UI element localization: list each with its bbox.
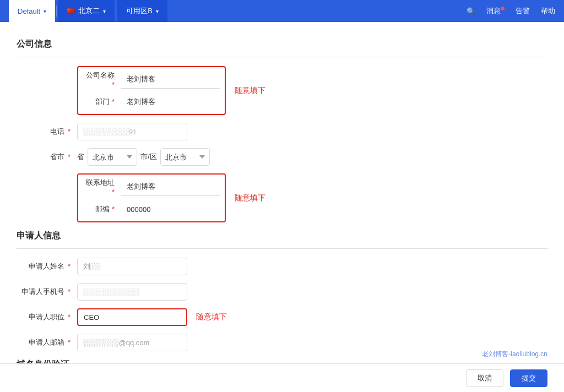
applicant-email-label: 申请人邮箱 * bbox=[17, 337, 77, 347]
admin-button[interactable]: 告警 bbox=[516, 6, 530, 16]
cancel-button[interactable]: 取消 bbox=[466, 369, 503, 387]
applicant-divider bbox=[17, 248, 547, 249]
province-row: 省市 * 省 北京市 市/区 北京市 bbox=[17, 148, 547, 166]
applicant-phone-label: 申请人手机号 * bbox=[17, 287, 77, 297]
applicant-name-label: 申请人姓名 * bbox=[17, 262, 77, 271]
province-required: * bbox=[68, 153, 70, 161]
applicant-email-row: 申请人邮箱 * bbox=[17, 334, 547, 351]
flag-icon: 🇨🇳 bbox=[67, 7, 75, 15]
tab-beijing2-arrow: ▾ bbox=[103, 8, 106, 14]
search-icon[interactable]: 🔍 bbox=[467, 7, 475, 15]
province-label: 省市 * bbox=[17, 152, 77, 162]
address-input[interactable] bbox=[121, 178, 220, 196]
address-label: 联系地址 * bbox=[83, 178, 121, 196]
phone-label: 电话 * bbox=[17, 127, 77, 137]
tab-default-label: Default bbox=[18, 7, 40, 15]
nav-divider-2 bbox=[116, 6, 116, 17]
annotation-1: 随意填下 bbox=[235, 86, 265, 96]
postal-label: 邮编 * bbox=[83, 204, 121, 214]
company-red-group: 公司名称 * 部门 * bbox=[77, 66, 226, 115]
annotation-2: 随意填下 bbox=[235, 193, 265, 203]
notification-badge bbox=[501, 7, 505, 10]
header: Default ▾ 🇨🇳 北京二 ▾ 可用区B ▾ 🔍 消息 告警 帮助 bbox=[0, 0, 564, 22]
help-button[interactable]: 帮助 bbox=[541, 6, 555, 16]
phone-required: * bbox=[68, 127, 70, 135]
tab-default-arrow: ▾ bbox=[44, 8, 46, 14]
postal-row: 邮编 * bbox=[83, 200, 220, 218]
tab-beijing2-label: 北京二 bbox=[78, 6, 100, 16]
tab-zone-b-arrow: ▾ bbox=[156, 8, 159, 14]
header-right: 🔍 消息 告警 帮助 bbox=[467, 6, 555, 16]
company-name-label: 公司名称 * bbox=[83, 70, 121, 89]
applicant-name-row: 申请人姓名 * bbox=[17, 258, 547, 275]
city-select[interactable]: 北京市 bbox=[160, 148, 210, 166]
province-city-group: 省 北京市 市/区 北京市 bbox=[77, 148, 210, 166]
applicant-phone-input[interactable] bbox=[77, 283, 187, 301]
address-row: 联系地址 * bbox=[83, 178, 220, 196]
address-postal-group: 联系地址 * 邮编 * 随意填下 bbox=[17, 173, 547, 222]
applicant-name-input[interactable] bbox=[77, 258, 187, 275]
tab-zone-b-label: 可用区B bbox=[126, 6, 153, 16]
department-input[interactable] bbox=[121, 93, 220, 111]
annotation-3: 随意填下 bbox=[196, 312, 227, 322]
address-red-border: 联系地址 * 邮编 * bbox=[77, 173, 226, 222]
province-select[interactable]: 北京市 bbox=[88, 148, 137, 166]
address-red-group: 联系地址 * 邮编 * bbox=[77, 173, 226, 222]
department-row: 部门 * bbox=[83, 93, 220, 111]
messages-button[interactable]: 消息 bbox=[486, 6, 505, 16]
bottom-bar: 取消 提交 bbox=[0, 363, 564, 392]
phone-row: 电话 * bbox=[17, 123, 547, 140]
applicant-position-input[interactable] bbox=[77, 308, 187, 326]
applicant-phone-row: 申请人手机号 * bbox=[17, 283, 547, 301]
company-name-row: 公司名称 * bbox=[83, 70, 220, 89]
postal-input[interactable] bbox=[121, 200, 220, 218]
applicant-email-input[interactable] bbox=[77, 334, 187, 351]
applicant-position-row: 申请人职位 * 随意填下 bbox=[17, 308, 547, 326]
submit-button[interactable]: 提交 bbox=[510, 369, 547, 387]
province-text: 省 bbox=[77, 152, 84, 162]
company-name-dept-group: 公司名称 * 部门 * 随意填下 bbox=[17, 66, 547, 115]
watermark: 老刘博客-laoliublog.cn bbox=[482, 350, 547, 359]
tab-beijing2[interactable]: 🇨🇳 北京二 ▾ bbox=[58, 0, 115, 22]
company-divider bbox=[17, 57, 547, 57]
applicant-position-label: 申请人职位 * bbox=[17, 312, 77, 322]
company-red-border: 公司名称 * 部门 * bbox=[77, 66, 226, 115]
phone-input[interactable] bbox=[77, 123, 187, 140]
company-section-title: 公司信息 bbox=[17, 39, 547, 50]
nav-divider-1 bbox=[56, 6, 57, 17]
company-name-input[interactable] bbox=[121, 71, 220, 89]
tab-default[interactable]: Default ▾ bbox=[9, 0, 55, 22]
main-content: 公司信息 公司名称 * 部门 * 随意填下 电话 * 省市 * 省 bbox=[0, 22, 564, 392]
tab-zone-b[interactable]: 可用区B ▾ bbox=[117, 0, 167, 22]
applicant-section-title: 申请人信息 bbox=[17, 230, 547, 242]
city-text: 市/区 bbox=[140, 152, 157, 162]
department-label: 部门 * bbox=[83, 97, 121, 107]
